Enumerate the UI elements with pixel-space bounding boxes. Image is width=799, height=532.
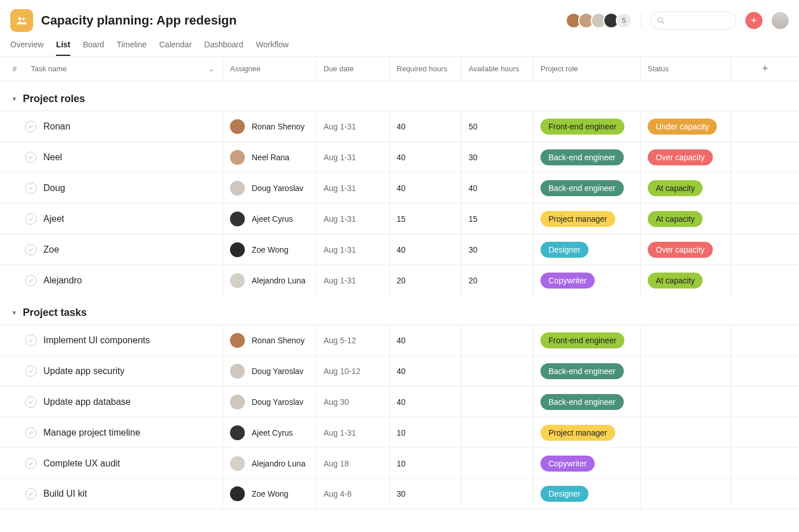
table-row[interactable]: AjeetAjeet CyrusAug 1-311515Project mana…: [0, 203, 799, 234]
due-date-cell[interactable]: Aug 1-31: [316, 417, 389, 448]
section-header[interactable]: ▼Project tasks: [0, 295, 799, 324]
add-button[interactable]: +: [745, 12, 762, 29]
available-hours-cell[interactable]: 40: [461, 173, 533, 203]
required-hours-cell[interactable]: 40: [389, 387, 461, 417]
table-row[interactable]: NeelNeel RanaAug 1-314030Back-end engine…: [0, 141, 799, 172]
required-hours-cell[interactable]: 10: [389, 417, 461, 448]
table-row[interactable]: Update app securityDoug YaroslavAug 10-1…: [0, 355, 799, 386]
due-date-cell[interactable]: Aug 1-31: [316, 111, 389, 141]
assignee-cell[interactable]: Ajeet Cyrus: [223, 417, 316, 448]
chevron-down-icon[interactable]: ⌄: [208, 64, 223, 73]
project-role-cell[interactable]: Designer: [533, 479, 640, 509]
assignee-cell[interactable]: Alejandro Luna: [223, 265, 316, 295]
available-hours-cell[interactable]: [461, 479, 533, 509]
complete-checkbox[interactable]: [25, 335, 37, 346]
project-role-cell[interactable]: Project manager: [533, 417, 640, 448]
avatar-count[interactable]: 5: [616, 13, 632, 29]
complete-checkbox[interactable]: [25, 121, 37, 132]
status-cell[interactable]: At capacity: [640, 204, 731, 234]
status-cell[interactable]: At capacity: [640, 265, 731, 295]
available-hours-cell[interactable]: [461, 325, 533, 355]
status-cell[interactable]: Over capacity: [640, 142, 731, 172]
due-date-cell[interactable]: Aug 30: [316, 387, 389, 417]
project-role-cell[interactable]: Project manager: [533, 204, 640, 234]
assignee-cell[interactable]: Ronan Shenoy: [223, 111, 316, 141]
complete-checkbox[interactable]: [25, 427, 37, 438]
table-row[interactable]: ZoeZoe WongAug 1-314030DesignerOver capa…: [0, 234, 799, 265]
complete-checkbox[interactable]: [25, 182, 37, 194]
table-row[interactable]: RonanRonan ShenoyAug 1-314050Front-end e…: [0, 111, 799, 141]
collaborator-avatars[interactable]: 5: [569, 13, 632, 29]
complete-checkbox[interactable]: [25, 366, 37, 377]
tab-workflow[interactable]: Workflow: [256, 40, 288, 56]
status-cell[interactable]: Under capacity: [640, 111, 731, 141]
table-row[interactable]: Build UI kitZoe WongAug 4-830Designer: [0, 478, 799, 509]
project-role-cell[interactable]: Designer: [533, 234, 640, 265]
assignee-cell[interactable]: Doug Yaroslav: [223, 387, 316, 417]
project-role-cell[interactable]: Back-end engineer: [533, 142, 640, 172]
table-row[interactable]: AlejandroAlejandro LunaAug 1-312020Copyw…: [0, 265, 799, 295]
table-row[interactable]: DougDoug YaroslavAug 1-314040Back-end en…: [0, 172, 799, 203]
table-row[interactable]: Implement UI componentsRonan ShenoyAug 5…: [0, 324, 799, 355]
due-date-cell[interactable]: Aug 1-31: [316, 204, 389, 234]
available-hours-cell[interactable]: [461, 387, 533, 417]
assignee-cell[interactable]: Ajeet Cyrus: [223, 204, 316, 234]
project-role-cell[interactable]: Back-end engineer: [533, 387, 640, 417]
due-date-cell[interactable]: Aug 1-31: [316, 234, 389, 265]
assignee-cell[interactable]: Zoe Wong: [223, 479, 316, 509]
tab-board[interactable]: Board: [83, 40, 104, 56]
due-date-cell[interactable]: Aug 1-31: [316, 265, 389, 295]
due-date-cell[interactable]: Aug 5-12: [316, 325, 389, 355]
project-icon[interactable]: [10, 9, 33, 32]
col-required-header[interactable]: Required hours: [389, 56, 461, 81]
required-hours-cell[interactable]: 40: [389, 173, 461, 203]
project-role-cell[interactable]: Front-end engineer: [533, 325, 640, 355]
required-hours-cell[interactable]: 40: [389, 142, 461, 172]
required-hours-cell[interactable]: 40: [389, 234, 461, 265]
available-hours-cell[interactable]: 30: [461, 142, 533, 172]
assignee-cell[interactable]: Doug Yaroslav: [223, 173, 316, 203]
complete-checkbox[interactable]: [25, 152, 37, 163]
due-date-cell[interactable]: Aug 1-31: [316, 173, 389, 203]
required-hours-cell[interactable]: 30: [389, 479, 461, 509]
tab-dashboard[interactable]: Dashboard: [204, 40, 244, 56]
required-hours-cell[interactable]: 40: [389, 356, 461, 386]
available-hours-cell[interactable]: 50: [461, 111, 533, 141]
col-due-header[interactable]: Due date: [316, 56, 389, 81]
project-role-cell[interactable]: Back-end engineer: [533, 173, 640, 203]
status-cell[interactable]: [640, 356, 731, 386]
required-hours-cell[interactable]: 20: [389, 265, 461, 295]
due-date-cell[interactable]: Aug 4-8: [316, 479, 389, 509]
due-date-cell[interactable]: Aug 10-12: [316, 356, 389, 386]
due-date-cell[interactable]: Aug 18: [316, 448, 389, 478]
required-hours-cell[interactable]: 15: [389, 204, 461, 234]
assignee-cell[interactable]: Doug Yaroslav: [223, 356, 316, 386]
status-cell[interactable]: [640, 325, 731, 355]
section-header[interactable]: ▼Project roles: [0, 82, 799, 111]
status-cell[interactable]: Over capacity: [640, 234, 731, 265]
tab-calendar[interactable]: Calendar: [159, 40, 192, 56]
complete-checkbox[interactable]: [25, 213, 37, 225]
project-role-cell[interactable]: Front-end engineer: [533, 111, 640, 141]
required-hours-cell[interactable]: 40: [389, 325, 461, 355]
complete-checkbox[interactable]: [25, 396, 37, 408]
table-row[interactable]: Complete UX auditAlejandro LunaAug 1810C…: [0, 448, 799, 478]
tab-list[interactable]: List: [56, 40, 70, 56]
assignee-cell[interactable]: Zoe Wong: [223, 234, 316, 265]
project-role-cell[interactable]: Back-end engineer: [533, 356, 640, 386]
status-cell[interactable]: [640, 417, 731, 448]
available-hours-cell[interactable]: [461, 448, 533, 478]
me-avatar[interactable]: [772, 12, 789, 29]
table-row[interactable]: Update app databaseDoug YaroslavAug 3040…: [0, 386, 799, 417]
available-hours-cell[interactable]: 15: [461, 204, 533, 234]
col-assignee-header[interactable]: Assignee: [223, 56, 316, 81]
complete-checkbox[interactable]: [25, 458, 37, 469]
assignee-cell[interactable]: Ronan Shenoy: [223, 325, 316, 355]
col-task-header[interactable]: Task name ⌄: [21, 64, 223, 73]
required-hours-cell[interactable]: 40: [389, 111, 461, 141]
due-date-cell[interactable]: Aug 1-31: [316, 142, 389, 172]
available-hours-cell[interactable]: 20: [461, 265, 533, 295]
status-cell[interactable]: At capacity: [640, 173, 731, 203]
assignee-cell[interactable]: Alejandro Luna: [223, 448, 316, 478]
complete-checkbox[interactable]: [25, 275, 37, 286]
